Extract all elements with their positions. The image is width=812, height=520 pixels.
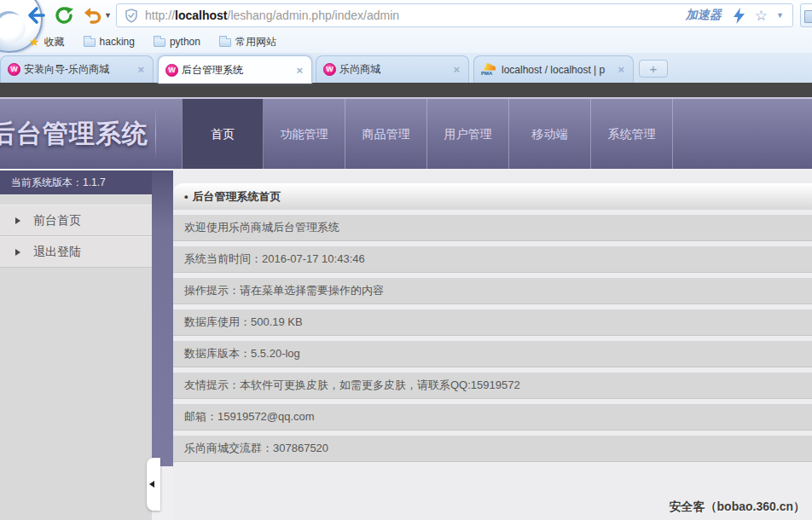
triangle-arrow-icon bbox=[15, 217, 20, 224]
tab-close-icon[interactable] bbox=[136, 64, 146, 75]
brand-area: 后台管理系统 bbox=[0, 99, 155, 169]
info-row: 数据库版本：5.5.20-log bbox=[173, 341, 812, 367]
browser-toolbar: ▼ http://localhost/leshang/admin.php/ind… bbox=[0, 0, 812, 31]
main-nav: 首页 功能管理 商品管理 用户管理 移动端 系统管理 bbox=[182, 99, 673, 169]
browser-chrome: ▼ http://localhost/leshang/admin.php/ind… bbox=[0, 0, 812, 53]
nav-item[interactable]: 移动端 bbox=[509, 99, 591, 169]
undo-history-caret-icon[interactable]: ▼ bbox=[104, 11, 112, 20]
tab-title: localhost / localhost | p bbox=[502, 64, 612, 76]
sidebar-item[interactable]: 前台首页 bbox=[0, 205, 152, 236]
browser-tab[interactable]: 安装向导-乐尚商城 bbox=[0, 55, 154, 83]
version-bar: 当前系统版本：1.1.7 bbox=[0, 170, 152, 194]
sidebar-menu: 前台首页 退出登陆 bbox=[0, 194, 152, 268]
main-content: •后台管理系统首页 欢迎使用乐尚商城后台管理系统 系统当前时间：2016-07-… bbox=[173, 170, 812, 520]
sidebar-item-label: 前台首页 bbox=[33, 213, 81, 228]
nav-item[interactable]: 用户管理 bbox=[427, 99, 509, 169]
tab-favicon bbox=[481, 63, 498, 77]
nav-item[interactable]: 首页 bbox=[182, 99, 264, 169]
bookmark-icon bbox=[219, 38, 231, 47]
tab-title: 后台管理系统 bbox=[182, 63, 291, 78]
tab-strip: 安装向导-乐尚商城 后台管理系统 乐尚商城 localhost / localh… bbox=[0, 53, 812, 83]
bookmark-icon bbox=[154, 38, 165, 47]
sidebar: 前台首页 退出登陆 bbox=[0, 194, 152, 520]
tab-favicon bbox=[323, 63, 336, 76]
bookmark-label: 收藏 bbox=[44, 35, 65, 49]
bookmark-item[interactable]: 收藏 bbox=[29, 34, 65, 49]
info-row: 欢迎使用乐尚商城后台管理系统 bbox=[173, 215, 812, 241]
info-rows: 欢迎使用乐尚商城后台管理系统 系统当前时间：2016-07-17 10:43:4… bbox=[173, 215, 812, 462]
browser-tab[interactable]: localhost / localhost | p bbox=[473, 55, 634, 83]
bookmarks-bar: 收藏 hacking python 常用网站 bbox=[0, 31, 812, 53]
header-divider bbox=[155, 107, 156, 160]
info-row: 友情提示：本软件可更换皮肤，如需更多皮肤，请联系QQ:15919572 bbox=[173, 373, 812, 399]
info-row: 操作提示：请在菜单选择需要操作的内容 bbox=[173, 278, 812, 304]
info-row: 数据库使用：500.19 KB bbox=[173, 309, 812, 336]
tab-favicon bbox=[165, 64, 178, 77]
bullet-icon: • bbox=[184, 190, 188, 203]
info-row: 乐尚商城交流群：307867520 bbox=[173, 436, 812, 462]
sidebar-item[interactable]: 退出登陆 bbox=[0, 236, 152, 268]
bookmark-icon bbox=[29, 34, 40, 49]
url-host: localhost bbox=[175, 9, 227, 22]
site-title: 后台管理系统 bbox=[0, 117, 148, 152]
nav-item[interactable]: 商品管理 bbox=[345, 99, 427, 169]
bookmark-item[interactable]: 常用网站 bbox=[219, 35, 276, 49]
site-security-shield-icon[interactable] bbox=[125, 9, 138, 23]
tab-favicon bbox=[8, 63, 20, 76]
nav-item[interactable]: 系统管理 bbox=[591, 99, 673, 169]
address-bar-actions: 加速器 ☆ ▼ bbox=[686, 8, 792, 24]
refresh-icon[interactable] bbox=[55, 6, 75, 28]
panel-title: 后台管理系统首页 bbox=[193, 190, 281, 203]
screenshot-tool-button[interactable] bbox=[800, 3, 812, 27]
address-bar[interactable]: http://localhost/leshang/admin.php/index… bbox=[116, 3, 793, 27]
bookmark-item[interactable]: python bbox=[154, 36, 200, 48]
accelerator-button[interactable]: 加速器 bbox=[686, 8, 722, 23]
sidebar-content-gutter bbox=[152, 170, 173, 466]
bookmark-item[interactable]: hacking bbox=[84, 36, 135, 48]
address-dropdown-caret-icon[interactable]: ▼ bbox=[776, 11, 784, 20]
lightning-icon[interactable] bbox=[734, 8, 745, 24]
sidebar-item-label: 退出登陆 bbox=[33, 245, 81, 260]
info-row: 系统当前时间：2016-07-17 10:43:46 bbox=[173, 246, 812, 273]
triangle-arrow-icon bbox=[15, 249, 20, 256]
sidebar-collapse-handle[interactable] bbox=[147, 458, 160, 511]
nav-item[interactable]: 功能管理 bbox=[264, 99, 345, 169]
tab-title: 安装向导-乐尚商城 bbox=[24, 62, 132, 77]
tab-close-icon[interactable] bbox=[616, 64, 626, 75]
browser-window: ▼ http://localhost/leshang/admin.php/ind… bbox=[0, 0, 812, 520]
panel-header: •后台管理系统首页 bbox=[173, 183, 812, 210]
tab-close-icon[interactable] bbox=[451, 64, 461, 75]
url-text[interactable]: http://localhost/leshang/admin.php/index… bbox=[145, 9, 399, 22]
page-viewport: 后台管理系统 首页 功能管理 商品管理 用户管理 移动端 系统管理 当前系统版 bbox=[0, 83, 812, 520]
bookmark-label: hacking bbox=[100, 36, 135, 48]
back-icon[interactable] bbox=[26, 6, 46, 28]
tab-close-icon[interactable] bbox=[294, 65, 304, 76]
watermark-text: 安全客（bobao.360.cn） bbox=[670, 500, 805, 515]
bookmark-label: 常用网站 bbox=[235, 35, 276, 49]
tab-title: 乐尚商城 bbox=[339, 62, 448, 77]
info-row: 邮箱：15919572@qq.com bbox=[173, 404, 812, 430]
admin-header: 后台管理系统 首页 功能管理 商品管理 用户管理 移动端 系统管理 bbox=[0, 99, 812, 169]
browser-tab[interactable]: 后台管理系统 bbox=[158, 55, 312, 84]
page-top-strip bbox=[0, 83, 812, 99]
collapse-arrow-icon bbox=[149, 481, 154, 488]
bookmark-icon bbox=[84, 38, 96, 47]
undo-icon[interactable] bbox=[84, 6, 102, 28]
new-tab-button[interactable]: + bbox=[639, 60, 668, 78]
bookmark-label: python bbox=[170, 36, 200, 48]
browser-tab[interactable]: 乐尚商城 bbox=[316, 55, 469, 83]
bookmark-star-icon[interactable]: ☆ bbox=[755, 9, 768, 23]
